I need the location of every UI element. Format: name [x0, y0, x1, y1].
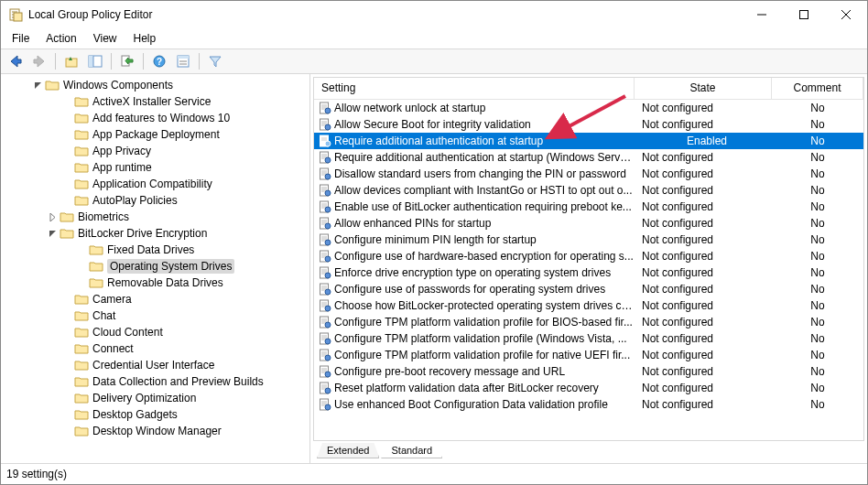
policy-row[interactable]: Enforce drive encryption type on operati…	[314, 264, 863, 281]
policy-row[interactable]: Allow Secure Boot for integrity validati…	[314, 116, 863, 133]
policy-comment: No	[772, 167, 863, 180]
app-icon	[8, 7, 23, 22]
policy-name: Reset platform validation data after Bit…	[332, 382, 599, 394]
tree-pane[interactable]: Windows ComponentsActiveX Installer Serv…	[1, 74, 310, 463]
policy-row[interactable]: Allow devices compliant with InstantGo o…	[314, 182, 863, 199]
export-button[interactable]	[116, 50, 138, 72]
tree-item[interactable]: Application Compatibility	[1, 176, 309, 192]
policy-icon	[318, 167, 332, 181]
tree-item-label: App runtime	[92, 161, 152, 174]
properties-button[interactable]	[172, 50, 194, 72]
forward-button[interactable]	[28, 50, 50, 72]
policy-name: Enable use of BitLocker authentication r…	[332, 200, 632, 213]
policy-row[interactable]: Choose how BitLocker-protected operating…	[314, 297, 863, 314]
policy-row[interactable]: Enable use of BitLocker authentication r…	[314, 199, 863, 215]
tree-item[interactable]: App runtime	[1, 159, 309, 176]
tree-item[interactable]: App Privacy	[1, 143, 309, 159]
tree-item[interactable]: AutoPlay Policies	[1, 192, 309, 209]
policy-row[interactable]: Configure minimum PIN length for startup…	[314, 232, 863, 248]
svg-point-108	[325, 388, 331, 393]
svg-point-33	[325, 141, 331, 146]
filter-button[interactable]	[204, 50, 226, 72]
svg-point-53	[325, 207, 331, 212]
tree-item[interactable]: Add features to Windows 10	[1, 110, 309, 126]
minimize-button[interactable]	[741, 1, 783, 28]
tree-item-label: AutoPlay Policies	[92, 194, 178, 207]
folder-icon	[74, 144, 89, 158]
tree-item[interactable]: ActiveX Installer Service	[1, 93, 309, 110]
collapse-icon[interactable]	[45, 230, 60, 238]
column-setting[interactable]: Setting	[314, 78, 635, 99]
policy-row[interactable]: Disallow standard users from changing th…	[314, 166, 863, 182]
policy-state: Not configured	[635, 118, 772, 131]
policy-name: Configure TPM platform validation profil…	[332, 316, 633, 329]
expand-icon[interactable]	[45, 213, 60, 221]
svg-point-103	[325, 372, 331, 377]
menu-action[interactable]: Action	[38, 30, 83, 47]
tree-item[interactable]: Biometrics	[1, 209, 309, 225]
policy-state: Not configured	[635, 332, 772, 345]
policy-row[interactable]: Configure pre-boot recovery message and …	[314, 363, 863, 380]
policy-comment: No	[772, 266, 863, 279]
folder-icon	[60, 226, 74, 241]
back-button[interactable]	[5, 50, 27, 72]
policy-state: Not configured	[635, 250, 772, 263]
policy-icon	[318, 331, 332, 346]
svg-point-29	[325, 124, 331, 130]
policy-name: Configure minimum PIN length for startup	[332, 233, 537, 246]
tree-item[interactable]: BitLocker Drive Encryption	[1, 225, 309, 242]
tree-item[interactable]: Removable Data Drives	[1, 275, 309, 291]
maximize-button[interactable]	[783, 1, 825, 28]
policy-row[interactable]: Allow enhanced PINs for startupNot confi…	[314, 215, 863, 232]
policy-icon	[318, 117, 332, 132]
tree-item[interactable]: Operating System Drives	[1, 258, 309, 275]
collapse-icon[interactable]	[30, 81, 45, 90]
menu-view[interactable]: View	[86, 30, 125, 47]
tree-item[interactable]: Desktop Window Manager	[1, 423, 309, 439]
tab-standard[interactable]: Standard	[381, 443, 442, 458]
list-body[interactable]: Allow network unlock at startupNot confi…	[314, 100, 863, 440]
close-button[interactable]	[825, 1, 867, 28]
up-button[interactable]	[60, 50, 82, 72]
policy-state: Not configured	[635, 299, 772, 312]
policy-row[interactable]: Configure TPM platform validation profil…	[314, 330, 863, 347]
show-hide-tree-button[interactable]	[84, 50, 106, 72]
tree-item[interactable]: Cloud Content	[1, 324, 309, 340]
tree-item[interactable]: Chat	[1, 307, 309, 324]
tree-item[interactable]: Credential User Interface	[1, 357, 309, 373]
policy-name: Choose how BitLocker-protected operating…	[332, 299, 635, 312]
policy-row[interactable]: Require additional authentication at sta…	[314, 149, 863, 166]
policy-row[interactable]: Allow network unlock at startupNot confi…	[314, 100, 863, 116]
svg-point-24	[325, 108, 331, 113]
menu-help[interactable]: Help	[126, 30, 164, 47]
policy-comment: No	[772, 135, 863, 147]
policy-row[interactable]: Configure use of passwords for operating…	[314, 281, 863, 297]
policy-comment: No	[772, 398, 863, 411]
policy-row[interactable]: Reset platform validation data after Bit…	[314, 380, 863, 396]
policy-row[interactable]: Configure TPM platform validation profil…	[314, 347, 863, 363]
policy-icon	[318, 134, 332, 148]
tree-item[interactable]: Fixed Data Drives	[1, 242, 309, 258]
policy-row[interactable]: Require additional authentication at sta…	[314, 133, 863, 149]
tab-extended[interactable]: Extended	[317, 443, 379, 458]
tree-item[interactable]: Data Collection and Preview Builds	[1, 373, 309, 390]
policy-row[interactable]: Configure TPM platform validation profil…	[314, 314, 863, 330]
svg-point-63	[325, 240, 331, 245]
toolbar-separator	[111, 53, 112, 70]
policy-row[interactable]: Configure use of hardware-based encrypti…	[314, 248, 863, 264]
tree-item[interactable]: Connect	[1, 340, 309, 357]
help-button[interactable]: ?	[148, 50, 170, 72]
menu-file[interactable]: File	[5, 30, 37, 47]
policy-row[interactable]: Use enhanced Boot Configuration Data val…	[314, 396, 863, 413]
tree-item[interactable]: Delivery Optimization	[1, 390, 309, 406]
window-title: Local Group Policy Editor	[28, 8, 152, 21]
tree-item[interactable]: App Package Deployment	[1, 126, 309, 143]
policy-state: Not configured	[635, 200, 772, 213]
column-state[interactable]: State	[635, 78, 772, 99]
column-comment[interactable]: Comment	[772, 78, 863, 99]
svg-point-98	[325, 355, 331, 361]
policy-state: Not configured	[635, 167, 772, 180]
tree-item[interactable]: Desktop Gadgets	[1, 406, 309, 423]
tree-item[interactable]: Windows Components	[1, 77, 309, 93]
tree-item[interactable]: Camera	[1, 291, 309, 307]
